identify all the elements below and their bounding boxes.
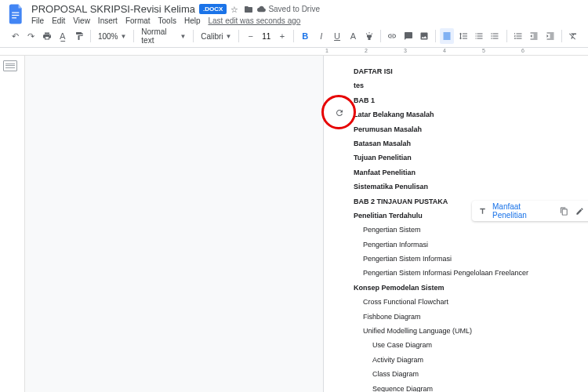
toc-page-num: 8	[585, 224, 588, 235]
line-spacing-button[interactable]	[456, 28, 470, 44]
toc-row[interactable]: Pengertian Sistem8	[333, 223, 588, 237]
numbered-list-button[interactable]	[511, 28, 525, 44]
toc-page-num: 4	[585, 80, 588, 91]
document-page[interactable]: DAFTAR ISI3tes4BAB 11Latar Belakang Masa…	[323, 56, 588, 392]
italic-button[interactable]: I	[314, 28, 328, 44]
toc-row[interactable]: Fishbone Diagram9	[333, 310, 588, 324]
save-status[interactable]: Saved to Drive	[257, 5, 320, 13]
toc-row[interactable]: Konsep Pemodelan Sistem9	[333, 281, 588, 295]
bulleted-list-button[interactable]	[488, 28, 502, 44]
workspace: DAFTAR ISI3tes4BAB 11Latar Belakang Masa…	[0, 56, 588, 392]
undo-button[interactable]: ↶	[8, 28, 22, 44]
zoom-select[interactable]: 100%▼	[95, 32, 130, 41]
toc-row[interactable]: Perumusan Masalah3	[333, 122, 588, 136]
toc-row[interactable]: Manfaat Penelitian4	[333, 165, 588, 180]
toc-label: Fishbone Diagram	[343, 311, 421, 322]
font-size-input[interactable]	[260, 32, 274, 41]
toc-label: Pengertian Sistem	[343, 224, 421, 235]
toc-label: BAB 2 TINJAUAN PUSTAKA	[333, 196, 448, 207]
toc-page-num: 9	[585, 339, 588, 350]
edit-icon[interactable]	[574, 205, 585, 216]
comment-button[interactable]	[401, 28, 415, 44]
redo-button[interactable]: ↷	[24, 28, 38, 44]
menu-file[interactable]: File	[31, 16, 44, 25]
toc-row[interactable]: Sequence Diagram13	[333, 382, 588, 392]
star-icon[interactable]: ☆	[230, 5, 240, 14]
toc-row[interactable]: Batasan Masalah4	[333, 136, 588, 151]
toc-label: Sequence Diagram	[352, 383, 433, 392]
toc-refresh-button[interactable]	[334, 107, 345, 118]
toc-row[interactable]: BAB 11	[333, 93, 588, 107]
font-size-dec[interactable]: −	[243, 28, 257, 44]
checklist-button[interactable]	[472, 28, 486, 44]
toc-page-num: 4	[585, 181, 588, 192]
highlight-button[interactable]	[362, 28, 376, 44]
clear-format-button[interactable]	[566, 28, 580, 44]
svg-rect-2	[12, 17, 16, 18]
toc-label: Perumusan Masalah	[333, 124, 422, 135]
last-edit[interactable]: Last edit was seconds ago	[208, 16, 300, 25]
outline-toggle-icon[interactable]	[3, 60, 17, 71]
svg-rect-0	[12, 13, 19, 13]
toc-row[interactable]: DAFTAR ISI3	[333, 64, 588, 78]
print-button[interactable]	[40, 28, 54, 44]
toc-label: Cross Functional Flowchart	[343, 296, 448, 307]
toc-page-num: 4	[585, 138, 588, 149]
canvas: DAFTAR ISI3tes4BAB 11Latar Belakang Masa…	[25, 56, 588, 392]
popup-link-text[interactable]: Manfaat Penelitian	[492, 202, 554, 220]
text-color-button[interactable]: A	[346, 28, 360, 44]
toc-row[interactable]: Latar Belakang Masalah1	[333, 107, 588, 122]
toc-label: Pengertian Informasi	[343, 239, 428, 250]
move-icon[interactable]	[244, 5, 253, 14]
toc-label: BAB 1	[333, 95, 375, 106]
toc-row[interactable]: Pengertian Informasi8	[333, 238, 588, 252]
toc-page-num: 8	[585, 253, 588, 264]
toc-row[interactable]: Tujuan Penelitian4	[333, 151, 588, 165]
menu-edit[interactable]: Edit	[52, 16, 65, 25]
toc-row[interactable]: Unified Modelling Language (UML)9	[333, 324, 588, 338]
underline-button[interactable]: U	[330, 28, 344, 44]
font-size-inc[interactable]: +	[275, 28, 289, 44]
toc-page-num: 12	[585, 368, 588, 379]
menu-format[interactable]: Format	[125, 16, 151, 25]
toc-label: Sistematika Penulisan	[333, 181, 428, 192]
docx-badge: .DOCX	[199, 4, 227, 14]
bold-button[interactable]: B	[298, 28, 312, 44]
spellcheck-button[interactable]: A̲	[56, 28, 70, 44]
menu-tools[interactable]: Tools	[158, 16, 176, 25]
toolbar: ↶ ↷ A̲ 100%▼ Normal text▼ Calibri▼ − + B…	[0, 25, 588, 48]
header: PROPOSAL SKRIPSI-Revisi Kelima .DOCX ☆ S…	[0, 0, 588, 25]
doc-title[interactable]: PROPOSAL SKRIPSI-Revisi Kelima	[31, 3, 195, 15]
style-select[interactable]: Normal text▼	[138, 27, 189, 45]
align-button[interactable]	[440, 28, 454, 44]
menu-view[interactable]: View	[73, 16, 90, 25]
indent-dec-button[interactable]	[527, 28, 541, 44]
menu-bar: File Edit View Insert Format Tools Help …	[31, 15, 580, 25]
toc-page-num: 10	[585, 354, 588, 365]
toc-row[interactable]: Sistematika Penulisan4	[333, 180, 588, 194]
toc-page-num: 13	[585, 383, 588, 392]
toc-row[interactable]: Use Case Diagram9	[333, 338, 588, 352]
toc-label: Batasan Masalah	[333, 138, 411, 149]
copy-icon[interactable]	[558, 205, 569, 216]
toc-label: Activity Diagram	[352, 354, 423, 365]
toc-page-num: 9	[585, 325, 588, 336]
toc-page-num: 9	[585, 296, 588, 307]
toc-row[interactable]: Activity Diagram10	[333, 353, 588, 367]
toc-row[interactable]: Pengertian Sistem Informasi Pengelolaan …	[333, 266, 588, 280]
toc-row[interactable]: tes4	[333, 78, 588, 93]
toc-row[interactable]: Pengertian Sistem Informasi8	[333, 252, 588, 266]
toc-row[interactable]: Class Diagram12	[333, 367, 588, 381]
toc-label: Pengertian Sistem Informasi	[343, 253, 452, 264]
toc-row[interactable]: Cross Functional Flowchart9	[333, 295, 588, 309]
indent-inc-button[interactable]	[543, 28, 557, 44]
image-button[interactable]	[417, 28, 431, 44]
toc-label: Latar Belakang Masalah	[333, 109, 434, 120]
menu-help[interactable]: Help	[184, 16, 201, 25]
docs-logo[interactable]	[8, 3, 25, 25]
menu-insert[interactable]: Insert	[98, 16, 118, 25]
font-select[interactable]: Calibri▼	[198, 32, 234, 41]
toc-page-num: 4	[585, 167, 588, 178]
link-button[interactable]	[385, 28, 399, 44]
paint-format-button[interactable]	[72, 28, 86, 44]
